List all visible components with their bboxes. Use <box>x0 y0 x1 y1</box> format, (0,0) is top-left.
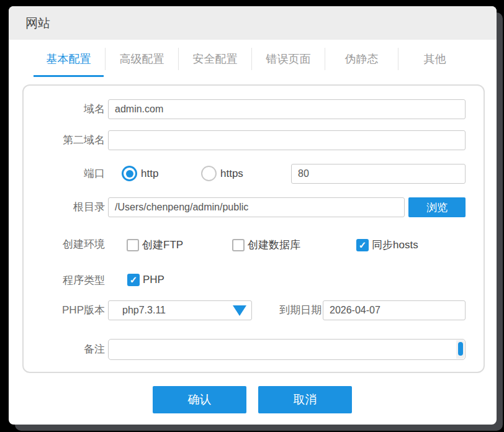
sync-hosts-box[interactable] <box>356 239 369 251</box>
checkbox-create-db[interactable]: 创建数据库 <box>232 238 300 252</box>
expire-date-label: 到期日期 <box>240 300 322 320</box>
root-dir-input[interactable] <box>108 197 405 217</box>
radio-https[interactable]: https <box>201 166 243 181</box>
row-php-version: PHP版本 php7.3.11 到期日期 <box>24 300 484 320</box>
create-env-label: 创建环境 <box>24 235 105 254</box>
create-ftp-box[interactable] <box>127 239 139 251</box>
port-label: 端口 <box>24 164 105 184</box>
tab-security-config[interactable]: 安全配置 <box>179 41 251 77</box>
screen: 网站 基本配置 高级配置 安全配置 错误页面 伪静态 其他 域名 第二域名 <box>0 0 504 432</box>
root-dir-label: 根目录 <box>24 197 105 217</box>
radio-http-circle[interactable] <box>122 166 137 181</box>
checkbox-create-ftp[interactable]: 创建FTP <box>127 238 183 252</box>
radio-http[interactable]: http <box>122 166 158 181</box>
php-version-select[interactable]: php7.3.11 <box>108 300 252 320</box>
window-title: 网站 <box>25 15 50 32</box>
second-domain-label: 第二域名 <box>24 130 105 150</box>
expire-date-input[interactable] <box>323 300 466 320</box>
website-dialog: 网站 基本配置 高级配置 安全配置 错误页面 伪静态 其他 域名 第二域名 <box>9 6 497 425</box>
row-create-env: 创建环境 创建FTP 创建数据库 同步hosts <box>24 235 484 254</box>
tab-advanced-config[interactable]: 高级配置 <box>106 41 178 77</box>
row-second-domain: 第二域名 <box>24 130 484 150</box>
checkbox-sync-hosts[interactable]: 同步hosts <box>356 238 418 252</box>
radio-https-circle[interactable] <box>201 166 217 181</box>
row-remark: 备注 <box>24 339 484 360</box>
tab-basic-config[interactable]: 基本配置 <box>32 41 105 77</box>
row-program-type: 程序类型 PHP <box>24 271 484 290</box>
remark-label: 备注 <box>24 339 105 359</box>
port-input[interactable] <box>291 164 466 184</box>
remark-input[interactable] <box>109 340 455 359</box>
domain-label: 域名 <box>24 99 105 119</box>
remark-field[interactable] <box>108 339 466 360</box>
titlebar: 网站 <box>9 6 497 40</box>
php-version-value: php7.3.11 <box>109 305 233 316</box>
row-domain: 域名 <box>24 99 484 119</box>
confirm-button[interactable]: 确认 <box>153 386 246 413</box>
tab-rewrite[interactable]: 伪静态 <box>325 41 398 77</box>
form-panel: 域名 第二域名 端口 http https <box>22 84 485 373</box>
domain-input[interactable] <box>108 99 466 119</box>
browse-button[interactable]: 浏览 <box>408 197 466 217</box>
program-type-label: 程序类型 <box>24 271 105 290</box>
remark-scrollbar-thumb[interactable] <box>458 342 463 356</box>
create-db-box[interactable] <box>232 239 245 251</box>
cancel-button[interactable]: 取消 <box>258 386 352 413</box>
php-version-label: PHP版本 <box>24 300 105 320</box>
second-domain-input[interactable] <box>108 130 466 150</box>
checkbox-php[interactable]: PHP <box>127 274 164 286</box>
row-root-dir: 根目录 浏览 <box>24 197 484 217</box>
tab-error-pages[interactable]: 错误页面 <box>252 41 325 77</box>
row-port: 端口 http https <box>24 164 484 184</box>
tabbar: 基本配置 高级配置 安全配置 错误页面 伪静态 其他 <box>32 41 471 77</box>
php-box[interactable] <box>127 274 140 286</box>
tab-other[interactable]: 其他 <box>398 41 471 77</box>
